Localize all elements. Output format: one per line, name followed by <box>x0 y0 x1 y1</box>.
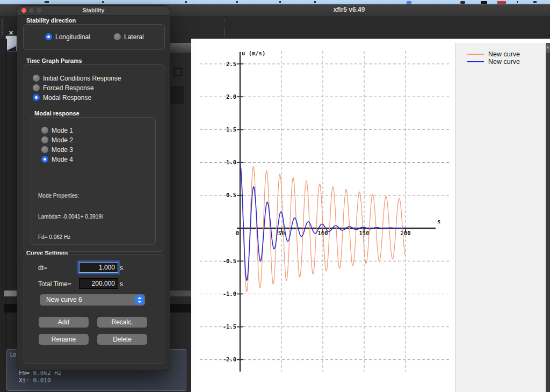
radio-dot <box>41 127 48 134</box>
svg-text:1.0: 1.0 <box>226 159 236 165</box>
screen: xflr5 v6.49 ✕ Lo FN= 0.062 Hz Xi= <box>0 0 550 392</box>
toolbar-separator <box>224 19 225 36</box>
svg-text:1.5: 1.5 <box>226 126 236 133</box>
time-graph-params-label: Time Graph Params <box>26 57 82 64</box>
right-dock-strip <box>546 43 550 392</box>
radio-label: Longitudinal <box>55 33 90 41</box>
dialog-title: Stability <box>17 7 170 13</box>
radio-label: Initial Conditions Response <box>43 75 121 82</box>
radio-dot <box>114 33 121 40</box>
svg-text:50: 50 <box>278 230 285 236</box>
menubar-glyph <box>45 1 49 3</box>
menubar-icon <box>460 1 465 4</box>
dock-float-icon[interactable] <box>173 68 182 76</box>
modal-response-label: Modal response <box>34 110 79 117</box>
hidden-widget-fragment <box>169 304 191 313</box>
radio-label: Mode 1 <box>52 127 73 134</box>
radio-label: Mode 4 <box>52 156 73 163</box>
chart-canvas[interactable]: 2.52.01.51.00.5-0.5-1.0-1.5-2.0050100150… <box>191 39 455 392</box>
hidden-widget-fragment <box>4 291 17 296</box>
curve-select-dropdown[interactable]: New curve 6 <box>40 294 145 306</box>
radio-dot <box>33 94 40 101</box>
total-time-input[interactable] <box>79 278 118 289</box>
radio-dot <box>41 146 48 153</box>
svg-text:0.5: 0.5 <box>226 192 236 198</box>
dock-header <box>169 43 191 53</box>
radio-label: Modal Response <box>43 94 91 101</box>
close-icon[interactable]: ✕ <box>9 30 13 37</box>
stability-direction-group: Longitudinal Lateral <box>23 24 165 50</box>
legend-line-orange <box>467 54 484 55</box>
legend-line-blue <box>467 61 484 62</box>
left-dock-edge <box>0 39 7 392</box>
dialog-titlebar[interactable]: Stability <box>17 6 170 16</box>
stability-dialog: Stability Stability direction Longitudin… <box>17 5 170 371</box>
svg-text:2.5: 2.5 <box>226 61 236 67</box>
menubar-glyph <box>533 1 537 3</box>
legend-entry[interactable]: New curve <box>456 58 546 66</box>
menubar-glyph <box>236 1 238 3</box>
dropdown-stepper-icon <box>135 295 144 304</box>
legend-top-gap <box>455 39 550 43</box>
radio-dot <box>33 75 40 82</box>
radio-dot <box>45 33 52 40</box>
radio-dot <box>41 136 48 143</box>
radio-dot <box>33 84 40 91</box>
rename-button[interactable]: Rename <box>39 334 89 345</box>
menubar-glyph <box>185 1 187 3</box>
stability-direction-label: Stability direction <box>26 17 76 24</box>
svg-text:-1.5: -1.5 <box>223 323 236 330</box>
svg-text:-2.0: -2.0 <box>223 356 236 362</box>
menubar-glyph <box>314 1 316 3</box>
dt-label: dt= <box>38 264 47 272</box>
menubar-glyph <box>102 1 104 3</box>
toolbar-drag-handle[interactable] <box>2 19 3 35</box>
svg-text:s: s <box>437 218 440 224</box>
recalc-button[interactable]: Recalc. <box>97 317 147 328</box>
dt-input[interactable] <box>79 262 118 273</box>
output-partial-label: Lo <box>10 352 16 358</box>
window-title: xflr5 v6.49 <box>290 6 408 13</box>
legend-panel: New curve New curve <box>455 43 546 392</box>
svg-text:-1.0: -1.0 <box>223 291 236 297</box>
legend-entry[interactable]: New curve <box>456 50 546 58</box>
svg-text:2.0: 2.0 <box>226 93 236 100</box>
svg-text:0: 0 <box>236 230 239 236</box>
legend-label: New curve <box>488 50 520 58</box>
svg-text:150: 150 <box>359 230 370 236</box>
total-time-unit: s <box>120 280 123 288</box>
svg-text:u (m/s): u (m/s) <box>242 50 265 56</box>
macos-menubar <box>0 0 550 4</box>
time-response-chart[interactable]: 2.52.01.51.00.5-0.5-1.0-1.5-2.0050100150… <box>191 39 455 392</box>
curve-select-value: New curve 6 <box>46 296 82 303</box>
legend-label: New curve <box>488 58 520 66</box>
menubar-glyph <box>517 1 518 3</box>
radio-label: Lateral <box>124 33 144 41</box>
dock-widget-fragment <box>169 86 184 104</box>
svg-text:200: 200 <box>401 230 411 236</box>
dock-close-tab-icon[interactable]: ✕ <box>546 43 550 53</box>
total-time-label: Total Time= <box>38 280 71 288</box>
menubar-glyph <box>279 1 281 3</box>
menubar-icon <box>497 1 506 4</box>
radio-dot <box>41 156 48 163</box>
dt-unit: s <box>120 264 123 272</box>
hidden-widget-fragment <box>169 291 191 296</box>
radio-label: Mode 3 <box>52 146 73 154</box>
radio-label: Mode 2 <box>52 136 73 144</box>
menubar-icon <box>481 1 487 4</box>
radio-label: Forced Response <box>43 84 94 92</box>
hidden-widget-fragment <box>4 304 17 313</box>
delete-button[interactable]: Delete <box>97 334 147 345</box>
svg-text:-0.5: -0.5 <box>223 258 236 264</box>
add-button[interactable]: Add <box>39 317 89 328</box>
airfoil-design-icon[interactable] <box>5 35 18 52</box>
